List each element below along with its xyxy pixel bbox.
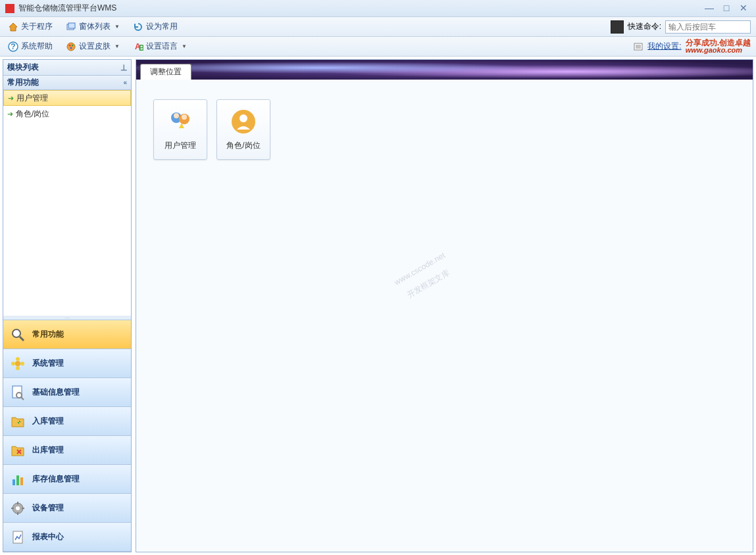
my-settings-link[interactable]: 我的设置:: [647, 41, 681, 52]
set-default-label: 设为常用: [146, 21, 178, 32]
sidebar-group-title: 常用功能: [7, 77, 39, 88]
nav-label: 常用功能: [32, 329, 64, 340]
tile-role-position[interactable]: 角色/岗位: [216, 99, 270, 160]
nav-outbound[interactable]: 出库管理: [3, 436, 131, 465]
nav-label: 出库管理: [32, 445, 64, 456]
main-area: 模块列表 ⊥ 常用功能 « ➜ 用户管理 ➜ 角色/岗位 ····· 常用功能: [3, 59, 753, 552]
pin-icon[interactable]: ⊥: [120, 63, 127, 72]
minimize-button[interactable]: —: [702, 3, 717, 14]
svg-point-6: [72, 44, 74, 46]
svg-point-34: [182, 114, 187, 120]
svg-rect-28: [11, 508, 14, 509]
svg-point-25: [16, 506, 20, 510]
refresh-icon: [133, 22, 143, 32]
set-skin-button[interactable]: 设置皮肤 ▼: [63, 39, 122, 54]
folder-in-icon: [10, 414, 26, 429]
settings-icon: [633, 41, 643, 52]
set-language-button[interactable]: AB 设置语言 ▼: [130, 39, 189, 54]
folder-out-icon: [10, 443, 26, 458]
svg-rect-1: [68, 23, 75, 28]
help-icon: ?: [8, 41, 18, 52]
nav-inbound[interactable]: 入库管理: [3, 407, 131, 436]
title-bar: 智能仓储物流管理平台WMS — □ ✕: [0, 0, 756, 17]
sidebar: 模块列表 ⊥ 常用功能 « ➜ 用户管理 ➜ 角色/岗位 ····· 常用功能: [3, 59, 132, 552]
set-skin-label: 设置皮肤: [79, 41, 111, 52]
svg-text:B: B: [139, 43, 143, 52]
window-title: 智能仓储物流管理平台WMS: [18, 3, 699, 14]
slogan-line1: 分享成功.创造卓越: [686, 39, 751, 47]
sidebar-panel-header: 模块列表 ⊥: [3, 60, 131, 76]
magnifier-icon: [10, 327, 26, 343]
tile-user-management[interactable]: 用户管理: [153, 99, 207, 160]
report-icon: [10, 529, 26, 545]
nav-label: 报表中心: [32, 531, 64, 543]
users-icon: [167, 109, 193, 135]
about-button[interactable]: 关于程序: [5, 19, 55, 34]
svg-point-14: [16, 357, 20, 361]
toolbar-row-2: ? 系统帮助 设置皮肤 ▼ AB 设置语言 ▼ 我的设置: 分享成功.创造卓越 …: [0, 37, 756, 57]
tab-adjust-position[interactable]: 调整位置: [140, 64, 191, 80]
tab-strip: 调整位置: [136, 60, 753, 80]
chevron-down-icon: ▼: [182, 43, 187, 49]
nav-label: 入库管理: [32, 416, 64, 427]
svg-rect-21: [13, 479, 15, 485]
svg-line-12: [20, 337, 24, 341]
workspace: 用户管理 角色/岗位 www.cscode.net 开发框架文库: [136, 80, 753, 552]
chevron-down-icon: ▼: [114, 43, 120, 49]
home-icon: [8, 22, 18, 32]
tile-label: 用户管理: [164, 140, 196, 151]
svg-point-4: [67, 43, 75, 51]
svg-point-11: [13, 329, 20, 337]
tree-item-user-management[interactable]: ➜ 用户管理: [3, 90, 131, 106]
sidebar-tree: ➜ 用户管理 ➜ 角色/岗位: [3, 90, 131, 316]
close-button[interactable]: ✕: [736, 3, 751, 14]
svg-rect-22: [16, 475, 19, 485]
set-default-button[interactable]: 设为常用: [130, 19, 180, 34]
chevron-down-icon: ▼: [114, 24, 120, 30]
nav-common-functions[interactable]: 常用功能: [3, 320, 131, 349]
nav-label: 设备管理: [32, 502, 64, 514]
window-list-label: 窗体列表: [79, 21, 111, 32]
maximize-button[interactable]: □: [719, 3, 734, 14]
bar-chart-icon: [10, 471, 26, 487]
nav-inventory[interactable]: 库存信息管理: [3, 465, 131, 494]
tile-label: 角色/岗位: [226, 140, 260, 151]
nav-report[interactable]: 报表中心: [3, 523, 131, 552]
gear-icon: [10, 500, 26, 516]
flower-icon: [10, 356, 26, 372]
window-list-button[interactable]: 窗体列表 ▼: [63, 19, 122, 34]
app-icon: [5, 4, 14, 13]
watermark-line2: 开发框架文库: [399, 262, 457, 305]
svg-point-36: [239, 114, 247, 122]
quick-command-input[interactable]: [665, 20, 751, 34]
command-icon: [611, 20, 624, 34]
nav-label: 库存信息管理: [32, 473, 80, 485]
tree-item-role-position[interactable]: ➜ 角色/岗位: [3, 106, 131, 122]
sidebar-panel-title: 模块列表: [7, 62, 39, 73]
arrow-icon: ➜: [8, 94, 14, 103]
system-help-button[interactable]: ? 系统帮助: [5, 39, 55, 54]
about-label: 关于程序: [21, 21, 53, 32]
nav-device[interactable]: 设备管理: [3, 494, 131, 523]
svg-point-16: [11, 362, 15, 366]
palette-icon: [66, 41, 76, 52]
svg-point-15: [16, 366, 20, 370]
nav-basic-info[interactable]: 基础信息管理: [3, 378, 131, 407]
nav-label: 系统管理: [32, 358, 64, 369]
system-help-label: 系统帮助: [21, 41, 53, 52]
slogan-url: www.gaoko.com: [686, 47, 751, 54]
arrow-icon: ➜: [7, 110, 13, 118]
toolbar-row-1: 关于程序 窗体列表 ▼ 设为常用 快速命令:: [0, 17, 756, 37]
slogan: 分享成功.创造卓越 www.gaoko.com: [686, 39, 751, 54]
svg-line-20: [21, 397, 24, 400]
set-language-label: 设置语言: [146, 41, 178, 52]
chevron-left-icon: «: [123, 79, 127, 86]
nav-system-management[interactable]: 系统管理: [3, 349, 131, 378]
watermark-line1: www.cscode.net: [390, 247, 448, 291]
nav-group: 常用功能 系统管理 基础信息管理 入库管理 出库管理 库存信息管理: [3, 320, 131, 552]
tab-label: 调整位置: [150, 66, 182, 78]
sidebar-group-header[interactable]: 常用功能 «: [3, 76, 131, 90]
svg-rect-29: [22, 508, 24, 509]
svg-rect-27: [17, 512, 18, 515]
svg-rect-23: [20, 477, 23, 485]
